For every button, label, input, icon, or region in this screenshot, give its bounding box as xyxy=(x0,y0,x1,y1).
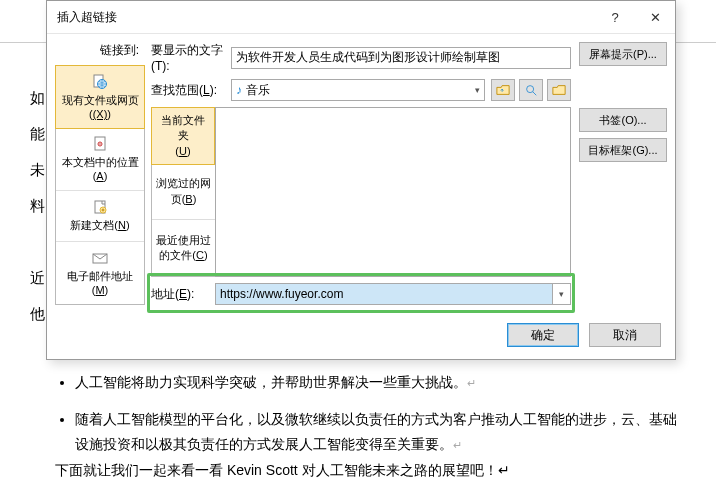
svg-point-8 xyxy=(527,86,534,93)
background-bullets: 人工智能将助力实现科学突破，并帮助世界解决一些重大挑战。↵ 随着人工智能模型的平… xyxy=(55,370,681,470)
folder-up-icon xyxy=(496,83,510,97)
cancel-button[interactable]: 取消 xyxy=(589,323,661,347)
browse-web-button[interactable] xyxy=(519,79,543,101)
tab-current-folder[interactable]: 当前文件夹(U) xyxy=(151,107,215,165)
titlebar: 插入超链接 ? ✕ xyxy=(47,1,675,34)
browse-tabs: 当前文件夹(U) 浏览过的网页(B) 最近使用过的文件(C) xyxy=(151,107,215,277)
close-button[interactable]: ✕ xyxy=(635,1,675,34)
browse-file-button[interactable] xyxy=(547,79,571,101)
sidebar-item-existing-file[interactable]: 现有文件或网页((X)) xyxy=(55,65,145,129)
address-input[interactable] xyxy=(216,284,552,304)
help-button[interactable]: ? xyxy=(595,1,635,34)
music-folder-icon: ♪ xyxy=(236,83,242,97)
ok-button[interactable]: 确定 xyxy=(507,323,579,347)
display-text-input[interactable] xyxy=(231,47,571,69)
link-to-sidebar: 现有文件或网页((X)) 本文档中的位置(A) 新建文档(N) 电子邮件地址(M… xyxy=(55,65,145,305)
screentip-button[interactable]: 屏幕提示(P)... xyxy=(579,42,667,66)
sidebar-item-email[interactable]: 电子邮件地址(M) xyxy=(56,242,144,304)
file-listbox[interactable] xyxy=(215,107,571,277)
tab-browsed-pages[interactable]: 浏览过的网页(B) xyxy=(152,164,215,221)
sidebar-item-new-doc[interactable]: 新建文档(N) xyxy=(56,191,144,242)
background-text: 如能未料近他 xyxy=(30,80,45,332)
web-search-icon xyxy=(524,83,538,97)
globe-page-icon xyxy=(92,74,108,90)
new-document-icon xyxy=(92,199,108,215)
up-folder-button[interactable] xyxy=(491,79,515,101)
svg-point-4 xyxy=(99,143,101,145)
bookmark-button[interactable]: 书签(O)... xyxy=(579,108,667,132)
background-line: 下面就让我们一起来看一看 Kevin Scott 对人工智能未来之路的展望吧！↵ xyxy=(55,462,510,480)
document-target-icon xyxy=(92,136,108,152)
folder-open-icon xyxy=(552,83,566,97)
address-label: 地址(E): xyxy=(151,286,215,303)
lookin-select[interactable]: ♪ 音乐 ▾ xyxy=(231,79,485,101)
address-dropdown-button[interactable]: ▾ xyxy=(552,284,570,304)
sidebar-item-place-in-doc[interactable]: 本文档中的位置(A) xyxy=(56,128,144,191)
display-text-label: 要显示的文字(T): xyxy=(151,42,231,73)
link-to-label: 链接到: xyxy=(55,42,145,59)
dialog-title: 插入超链接 xyxy=(57,9,595,26)
tab-recent-files[interactable]: 最近使用过的文件(C) xyxy=(152,220,215,276)
target-frame-button[interactable]: 目标框架(G)... xyxy=(579,138,667,162)
insert-hyperlink-dialog: 插入超链接 ? ✕ 链接到: 现有文件或网页((X)) 本文档中的位置(A) 新… xyxy=(46,0,676,360)
email-icon xyxy=(92,250,108,266)
lookin-label: 查找范围(L): xyxy=(151,82,231,99)
